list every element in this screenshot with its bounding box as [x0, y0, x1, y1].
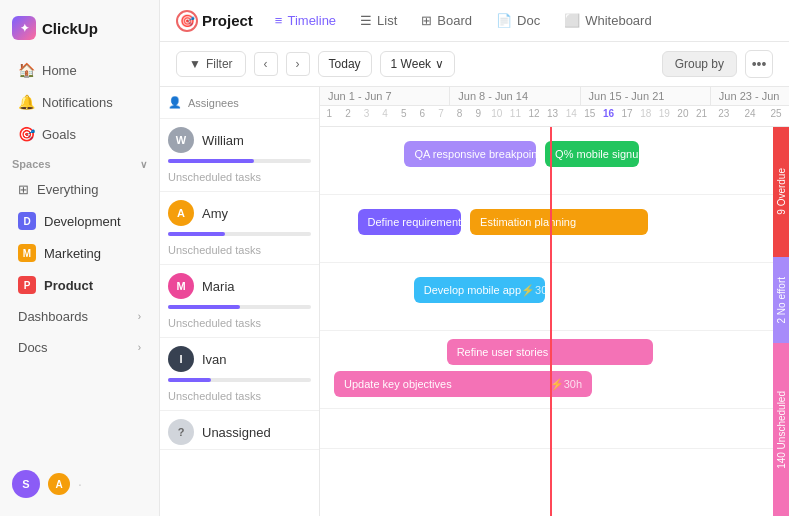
today-line	[550, 127, 552, 516]
spaces-list: ⊞ Everything D Development M Marketing P…	[0, 174, 159, 301]
gantt-row-maria: Develop mobile app ⚡30h	[320, 263, 789, 331]
unscheduled-maria: Unscheduled tasks	[160, 313, 319, 337]
logo-icon: ✦	[12, 16, 36, 40]
assignee-icon: 👤	[168, 96, 182, 109]
progress-bar-ivan	[168, 378, 311, 382]
sidebar-item-dashboards[interactable]: Dashboards ›	[6, 302, 153, 331]
gantt-rows: QA responsive breakpoints ⚡30h Q% mobile…	[320, 127, 789, 449]
assignee-name-amy: Amy	[202, 206, 228, 221]
bar-define-requirements[interactable]: Define requirements	[358, 209, 461, 235]
user-avatar-secondary[interactable]: A	[48, 473, 70, 495]
board-icon: ⊞	[421, 13, 432, 28]
bar-qa-responsive[interactable]: QA responsive breakpoints ⚡30h	[404, 141, 535, 167]
bar-effort3-icon: ⚡30h	[550, 378, 582, 391]
avatar-maria: M	[168, 273, 194, 299]
progress-bar-william	[168, 159, 311, 163]
sidebar-item-product[interactable]: P Product	[6, 270, 153, 300]
avatar-ivan: I	[168, 346, 194, 372]
sidebar-item-home-label: Home	[42, 63, 77, 78]
progress-fill-maria	[168, 305, 240, 309]
unscheduled-right-label[interactable]: 140 Unscheduled	[773, 343, 789, 516]
toolbar-right: Group by •••	[662, 50, 773, 78]
chevron-down-icon: ∨	[435, 57, 444, 71]
bell-icon: 🔔	[18, 94, 34, 110]
sidebar-item-marketing[interactable]: M Marketing	[6, 238, 153, 268]
toolbar: ▼ Filter ‹ › Today 1 Week ∨ Group by •••	[160, 42, 789, 87]
right-labels: 9 Overdue 2 No effort 140 Unscheduled	[773, 127, 789, 516]
week-selector[interactable]: 1 Week ∨	[380, 51, 455, 77]
avatar-william: W	[168, 127, 194, 153]
doc-icon: 📄	[496, 13, 512, 28]
assignee-row-ivan: I Ivan Unscheduled tasks	[160, 338, 319, 411]
product-badge: P	[18, 276, 36, 294]
goals-icon: 🎯	[18, 126, 34, 142]
spaces-chevron[interactable]: ∨	[140, 159, 147, 170]
tab-timeline[interactable]: ≡ Timeline	[265, 8, 346, 33]
assignee-name-maria: Maria	[202, 279, 235, 294]
avatar-amy: A	[168, 200, 194, 226]
development-label: Development	[44, 214, 121, 229]
overdue-label[interactable]: 9 Overdue	[773, 127, 789, 257]
sidebar-item-goals[interactable]: 🎯 Goals	[6, 119, 153, 149]
top-navigation: 🎯 Project ≡ Timeline ☰ List ⊞ Board 📄 Do…	[160, 0, 789, 42]
whiteboard-icon: ⬜	[564, 13, 580, 28]
docs-chevron: ›	[138, 342, 141, 353]
date-group-jun1: Jun 1 - Jun 7 1 2 3 4 5 6 7	[320, 87, 450, 126]
avatar-unassigned: ?	[168, 419, 194, 445]
assignee-column: 👤 Assignees W William Unscheduled tasks …	[160, 87, 320, 516]
assignee-name-william: William	[202, 133, 244, 148]
everything-icon: ⊞	[18, 182, 29, 197]
everything-label: Everything	[37, 182, 98, 197]
sidebar-item-docs[interactable]: Docs ›	[6, 333, 153, 362]
more-options-button[interactable]: •••	[745, 50, 773, 78]
tab-whiteboard[interactable]: ⬜ Whiteboard	[554, 8, 661, 33]
tab-board[interactable]: ⊞ Board	[411, 8, 482, 33]
timeline-area: 👤 Assignees W William Unscheduled tasks …	[160, 87, 789, 516]
app-logo: ✦ ClickUp	[0, 10, 159, 54]
date-header: Jun 1 - Jun 7 1 2 3 4 5 6 7 Jun 8 - Jun …	[320, 87, 789, 127]
unscheduled-amy: Unscheduled tasks	[160, 240, 319, 264]
bar-mobile-signup[interactable]: Q% mobile signup.. 🔵	[545, 141, 639, 167]
progress-bar-maria	[168, 305, 311, 309]
app-name: ClickUp	[42, 20, 98, 37]
today-button[interactable]: Today	[318, 51, 372, 77]
sidebar-item-development[interactable]: D Development	[6, 206, 153, 236]
sidebar-item-goals-label: Goals	[42, 127, 76, 142]
assignee-row-unassigned: ? Unassigned	[160, 411, 319, 450]
no-effort-label[interactable]: 2 No effort	[773, 257, 789, 343]
sidebar-item-home[interactable]: 🏠 Home	[6, 55, 153, 85]
gantt-row-william: QA responsive breakpoints ⚡30h Q% mobile…	[320, 127, 789, 195]
sidebar-item-notifications[interactable]: 🔔 Notifications	[6, 87, 153, 117]
gantt-chart: Jun 1 - Jun 7 1 2 3 4 5 6 7 Jun 8 - Jun …	[320, 87, 789, 516]
more-users-icon: ·	[78, 476, 82, 492]
nav-next-button[interactable]: ›	[286, 52, 310, 76]
main-content: 🎯 Project ≡ Timeline ☰ List ⊞ Board 📄 Do…	[160, 0, 789, 516]
timeline-icon: ≡	[275, 13, 283, 28]
marketing-label: Marketing	[44, 246, 101, 261]
bar-update-key-objectives[interactable]: Update key objectives ⚡30h	[334, 371, 592, 397]
assignee-row-maria: M Maria Unscheduled tasks	[160, 265, 319, 338]
date-group-jun15: Jun 15 - Jun 21 15 16 17 18 19 20 21	[581, 87, 711, 126]
progress-fill-ivan	[168, 378, 211, 382]
sidebar-item-everything[interactable]: ⊞ Everything	[6, 175, 153, 204]
bar-develop-mobile[interactable]: Develop mobile app ⚡30h	[414, 277, 545, 303]
filter-button[interactable]: ▼ Filter	[176, 51, 246, 77]
filter-icon: ▼	[189, 57, 201, 71]
unscheduled-william: Unscheduled tasks	[160, 167, 319, 191]
list-icon: ☰	[360, 13, 372, 28]
gantt-row-ivan: Refine user stories Update key objective…	[320, 331, 789, 409]
development-badge: D	[18, 212, 36, 230]
dashboards-label: Dashboards	[18, 309, 88, 324]
sidebar-item-notifications-label: Notifications	[42, 95, 113, 110]
tab-doc[interactable]: 📄 Doc	[486, 8, 550, 33]
nav-prev-button[interactable]: ‹	[254, 52, 278, 76]
marketing-badge: M	[18, 244, 36, 262]
project-title: Project	[202, 12, 253, 29]
assignee-row-amy: A Amy Unscheduled tasks	[160, 192, 319, 265]
bar-estimation-planning[interactable]: Estimation planning	[470, 209, 648, 235]
project-icon: 🎯	[176, 10, 198, 32]
user-avatar-primary[interactable]: S	[12, 470, 40, 498]
progress-bar-amy	[168, 232, 311, 236]
tab-list[interactable]: ☰ List	[350, 8, 407, 33]
group-by-button[interactable]: Group by	[662, 51, 737, 77]
